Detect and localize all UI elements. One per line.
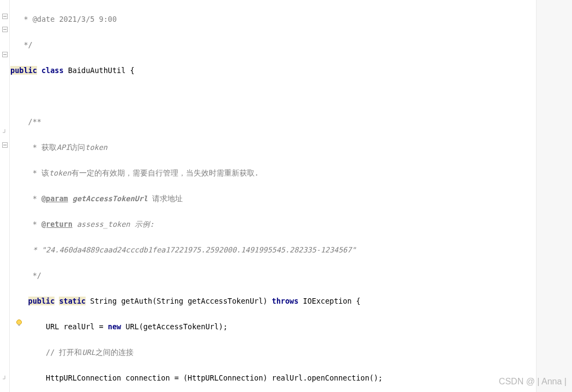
keyword: static [59,297,86,305]
comment: 之间的连接 [95,348,134,357]
code-text [10,348,46,357]
javadoc: token [85,143,107,152]
code-editor[interactable]: * @date 2021/3/5 9:00 */ public class Ba… [10,0,536,392]
keyword: new [108,322,121,331]
javadoc: * 该 [10,168,49,177]
fold-end-icon[interactable] [2,375,8,382]
code-text: * @date 2021/3/5 9:00 [10,15,117,23]
comment: URL [82,348,95,357]
javadoc: /** [10,117,41,126]
code-text: IOException { [298,297,360,305]
scrollbar[interactable] [536,0,572,392]
javadoc: * 获取 [10,143,57,152]
code-text: URL(getAccessTokenUrl); [121,322,227,331]
javadoc: * [10,194,41,203]
javadoc-tag: @param [41,194,68,203]
editor-gutter [0,0,10,392]
keyword: public [10,66,37,75]
code-text: String getAuth(String getAccessTokenUrl) [86,297,272,305]
svg-rect-9 [19,324,20,326]
javadoc-param: getAccessTokenUrl [68,194,148,203]
javadoc: 访问 [70,143,85,152]
fold-end-icon[interactable] [2,129,8,135]
code-text: */ [10,40,33,49]
keyword: public [28,297,55,305]
javadoc: * [10,220,41,228]
javadoc: */ [10,271,41,280]
code-text [10,297,28,305]
code-text: HttpURLConnection connection = (HttpURLC… [10,373,383,382]
comment: // 打开和 [46,348,82,357]
code-text: BaiduAuthUtil { [64,66,135,75]
javadoc: API [57,143,70,152]
javadoc: * "24.460da4889caad24cccdb1fea17221975.2… [10,245,356,254]
javadoc-tag: @return [41,220,73,228]
keyword: throws [272,297,299,305]
fold-collapse-icon[interactable] [2,13,8,20]
keyword: class [37,66,64,75]
javadoc: assess_token 示例: [73,220,154,228]
code-text: URL realUrl = [10,322,108,331]
intention-bulb-icon[interactable] [15,319,23,327]
javadoc: token [49,168,71,177]
svg-point-8 [17,320,22,325]
fold-collapse-icon[interactable] [2,142,8,148]
javadoc: 请求地址 [148,194,183,203]
fold-collapse-icon[interactable] [2,26,8,33]
javadoc: 有一定的有效期，需要自行管理，当失效时需重新获取. [71,168,259,177]
fold-collapse-icon[interactable] [2,51,8,58]
